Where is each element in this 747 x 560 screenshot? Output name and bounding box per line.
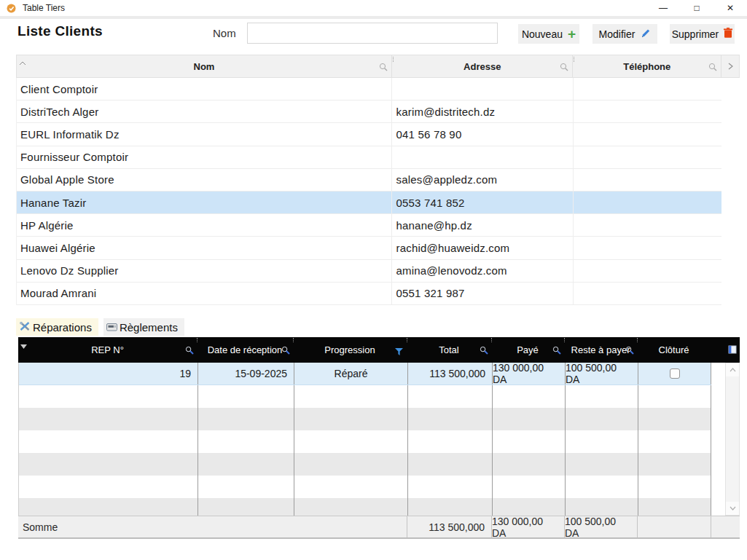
client-row-selected[interactable]: Hanane Tazir 0553 741 852 <box>17 192 721 214</box>
tab-reparations[interactable]: Réparations <box>16 318 98 336</box>
repairs-grid: REP N° Date de réception Progression <box>18 337 740 539</box>
client-row[interactable]: Fournisseur Comptoir <box>17 146 721 169</box>
column-resize-handle[interactable] <box>491 338 492 342</box>
column-resize-handle[interactable] <box>393 57 394 62</box>
client-row[interactable]: Mourad Amrani 0551 321 987 <box>17 283 721 305</box>
column-label-cloture: Clôturé <box>659 344 689 355</box>
client-row[interactable]: EURL Informatik Dz 041 56 78 90 <box>17 123 721 146</box>
cell-reste: 100 500,00 DA <box>565 363 638 384</box>
new-button[interactable]: Nouveau + <box>518 24 579 44</box>
edit-button[interactable]: Modifier <box>592 24 657 44</box>
column-header-adresse[interactable]: Adresse <box>391 55 573 77</box>
clients-grid-header: Nom Adresse Téléphone <box>16 55 740 78</box>
window-controls: — □ ✕ <box>646 0 747 16</box>
cell-date: 15-09-2025 <box>197 363 294 384</box>
client-row[interactable]: Lenovo Dz Supplier amina@lenovodz.com <box>17 260 721 283</box>
column-header-total[interactable]: Total <box>407 337 491 363</box>
column-header-date-reception[interactable]: Date de réception <box>197 337 293 363</box>
column-label-total: Total <box>439 344 458 355</box>
page-title: Liste Clients <box>17 23 103 39</box>
search-column-icon[interactable] <box>185 346 194 357</box>
empty-row[interactable] <box>19 498 711 516</box>
scroll-down-button[interactable] <box>726 502 739 515</box>
column-resize-handle[interactable] <box>293 338 294 342</box>
footer-paye-sum: 130 000,00 DA <box>491 516 564 537</box>
column-resize-handle[interactable] <box>197 338 197 342</box>
minimize-button[interactable]: — <box>646 0 680 16</box>
repair-row-selected[interactable]: 19 15-09-2025 Réparé 113 500,000 130 000… <box>19 363 711 385</box>
column-chooser-icon[interactable] <box>728 345 737 356</box>
clients-grid-body: Client Comptoir DistriTech Alger karim@d… <box>16 78 721 305</box>
client-row[interactable]: Client Comptoir <box>17 78 721 100</box>
search-column-icon[interactable] <box>708 63 717 74</box>
vertical-scrollbar[interactable] <box>725 363 740 516</box>
cell-adresse: 0553 741 852 <box>391 192 573 213</box>
detail-tabs: Réparations Règlements <box>16 318 184 336</box>
cell-nom: Hanane Tazir <box>17 192 391 213</box>
filter-funnel-icon[interactable] <box>395 347 403 358</box>
header-filler <box>711 337 740 363</box>
empty-row[interactable] <box>19 430 711 453</box>
column-resize-handle[interactable] <box>564 338 565 342</box>
scroll-right-button[interactable] <box>721 55 739 77</box>
cell-adresse: 0551 321 987 <box>391 283 573 304</box>
window-title: Table Tiers <box>23 3 65 13</box>
cell-nom: Lenovo Dz Supplier <box>17 260 391 282</box>
column-label-telephone: Téléphone <box>623 61 670 72</box>
column-header-progression[interactable]: Progression <box>293 337 407 363</box>
column-header-cloture[interactable]: Clôturé <box>637 337 711 363</box>
client-row[interactable]: Huawei Algérie rachid@huaweidz.com <box>17 237 721 259</box>
cell-nom: HP Algérie <box>17 214 391 236</box>
cell-nom: Mourad Amrani <box>17 283 391 304</box>
delete-button-label: Supprimer <box>672 28 719 40</box>
empty-row[interactable] <box>19 385 711 408</box>
column-resize-handle[interactable] <box>637 338 638 342</box>
footer-reste-sum: 100 500,00 DA <box>564 516 637 537</box>
search-column-icon[interactable] <box>560 63 568 74</box>
column-resize-handle[interactable] <box>574 57 574 62</box>
maximize-button[interactable]: □ <box>680 0 713 16</box>
cell-telephone <box>573 123 721 145</box>
edit-button-label: Modifier <box>599 28 635 40</box>
cell-telephone <box>573 100 721 122</box>
empty-row[interactable] <box>19 408 711 430</box>
column-header-reste-a-payer[interactable]: Reste à payer <box>564 337 637 363</box>
search-column-icon[interactable] <box>552 346 561 357</box>
repairs-grid-header: REP N° Date de réception Progression <box>18 337 740 363</box>
cell-paye: 130 000,00 DA <box>492 363 565 384</box>
search-input[interactable] <box>247 23 498 44</box>
delete-button[interactable]: Supprimer <box>670 24 735 44</box>
cell-telephone <box>573 146 721 168</box>
cell-adresse <box>391 78 573 100</box>
cell-adresse <box>391 146 573 168</box>
cell-adresse: rachid@huaweidz.com <box>391 237 573 259</box>
cell-nom: Huawei Algérie <box>17 237 391 259</box>
column-label-reste: Reste à payer <box>571 344 630 355</box>
client-row[interactable]: HP Algérie hanane@hp.dz <box>17 214 721 237</box>
search-column-icon[interactable] <box>379 63 388 74</box>
close-button[interactable]: ✕ <box>713 0 747 16</box>
footer-total-sum: 113 500,000 <box>407 516 491 537</box>
cloture-checkbox[interactable] <box>670 368 680 379</box>
column-header-telephone[interactable]: Téléphone <box>572 55 721 77</box>
cell-cloture <box>638 363 711 384</box>
search-column-icon[interactable] <box>281 346 290 357</box>
empty-row[interactable] <box>19 453 711 476</box>
scroll-up-button[interactable] <box>726 363 739 376</box>
empty-row[interactable] <box>19 476 711 498</box>
column-resize-handle[interactable] <box>407 338 407 342</box>
search-column-icon[interactable] <box>480 346 488 357</box>
column-label-rep-n: REP N° <box>91 344 124 355</box>
column-header-rep-n[interactable]: REP N° <box>18 337 197 363</box>
client-row[interactable]: DistriTech Alger karim@distritech.dz <box>17 100 721 123</box>
column-header-paye[interactable]: Payé <box>491 337 564 363</box>
new-button-label: Nouveau <box>522 28 563 40</box>
tab-reglements[interactable]: Règlements <box>103 318 184 336</box>
cell-nom: Fournisseur Comptoir <box>17 146 391 168</box>
cell-rep-n: 19 <box>19 363 197 384</box>
plus-icon: + <box>568 27 576 41</box>
column-header-nom[interactable]: Nom <box>17 55 391 77</box>
client-row[interactable]: Global Apple Store sales@appledz.com <box>17 169 721 192</box>
search-column-icon[interactable] <box>625 346 634 357</box>
column-label-progression: Progression <box>324 344 375 355</box>
